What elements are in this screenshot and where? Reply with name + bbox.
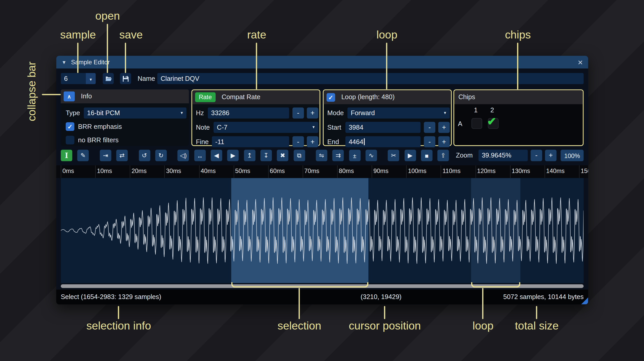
filter-button[interactable]: ∿ (366, 150, 377, 161)
resize-button[interactable]: ⇥ (100, 150, 111, 161)
resample-button[interactable]: ⇄ (116, 150, 128, 161)
trim-button[interactable]: ⧉ (293, 150, 305, 161)
insert-silence-button[interactable]: ↥ (244, 150, 255, 161)
chevron-up-icon: ∧ (67, 93, 71, 99)
triangle-right-icon: ▶ (231, 152, 235, 159)
loop-end-input[interactable]: 4464 (345, 136, 421, 147)
resample-icon: ⇄ (119, 152, 125, 159)
draw-tool-button[interactable]: ✎ (77, 150, 89, 161)
hz-increment-button[interactable]: + (307, 107, 318, 119)
loop-end-decrement-button[interactable]: - (424, 136, 435, 147)
type-value: 16-bit PCM (87, 109, 120, 116)
annotation-selection: selection (277, 320, 321, 332)
amplify-button[interactable]: ◁) (178, 150, 189, 161)
apply-silence-button[interactable]: ↧ (260, 150, 272, 161)
double-arrow-icon: ⇉ (336, 152, 341, 159)
close-button[interactable]: × (578, 58, 583, 66)
sample-number-select[interactable]: 6 ▼ (61, 73, 96, 84)
sign-button[interactable]: ± (349, 150, 360, 161)
create-wavetable-button[interactable]: ⇪ (437, 150, 449, 161)
open-folder-icon (104, 75, 112, 82)
invert-button[interactable]: ⇉ (332, 150, 344, 161)
annotation-loop-bottom: loop (473, 320, 494, 332)
zoom-value: 39.9645% (482, 152, 511, 159)
window-titlebar[interactable]: ▼ Sample Editor × (56, 56, 588, 68)
annotation-line-chips (517, 43, 518, 89)
annotation-total-size: total size (515, 320, 559, 332)
ruler-tick (441, 165, 441, 178)
undo-button[interactable]: ↺ (139, 150, 150, 161)
zoom-reset-button[interactable]: 100% (560, 150, 584, 161)
note-label: Note (196, 122, 210, 133)
ruler-tick (233, 165, 234, 178)
ruler-tick (579, 165, 580, 178)
sample-number-value: 6 (64, 75, 68, 82)
annotation-line-total-size (536, 306, 537, 319)
window-collapse-icon[interactable]: ▼ (62, 59, 66, 65)
waveform-graph (61, 178, 584, 283)
chevron-down-icon: ▼ (312, 122, 315, 133)
loop-enable-checkbox[interactable]: ✓ (327, 93, 335, 101)
sample-editor-window: ▼ Sample Editor × 6 ▼ Name Clarinet DQV … (56, 56, 588, 304)
ruler-label: 20ms (132, 167, 147, 174)
save-floppy-icon (122, 75, 129, 82)
note-select[interactable]: C-7 ▼ (214, 122, 318, 133)
ruler-tick (475, 165, 476, 178)
reverse-button[interactable]: ⇋ (316, 150, 327, 161)
upload-icon: ⇪ (441, 152, 446, 159)
ruler-tick (510, 165, 511, 178)
chip-column-label: 2 (490, 107, 494, 114)
name-input[interactable]: Clarinet DQV (157, 73, 584, 84)
crossfade-button[interactable]: ✂ (388, 150, 399, 161)
loop-start-input[interactable]: 3984 (345, 122, 421, 133)
loop-end-increment-button[interactable]: + (438, 136, 450, 147)
preview-button[interactable]: ▶ (404, 150, 416, 161)
loop-mode-select[interactable]: Forward ▼ (347, 107, 450, 119)
compat-rate-tab[interactable]: Compat Rate (222, 93, 260, 101)
waveform-display[interactable] (61, 178, 584, 283)
chip-enable-checkbox[interactable] (472, 118, 482, 129)
select-tool-button[interactable]: I (61, 150, 72, 161)
zoom-out-button[interactable]: - (531, 150, 542, 161)
arrow-down-bar-icon: ↧ (263, 152, 269, 159)
no-brr-filters-checkbox[interactable] (66, 136, 74, 144)
type-select[interactable]: 16-bit PCM ▼ (84, 107, 186, 119)
ruler-label: 90ms (373, 167, 388, 174)
hz-input[interactable]: 33286 (208, 107, 289, 119)
stop-preview-button[interactable]: ■ (421, 150, 432, 161)
brr-emphasis-label[interactable]: BRR emphasis (78, 121, 122, 132)
chip-check-icon: ✔ (487, 115, 496, 128)
delete-button[interactable]: ✖ (277, 150, 288, 161)
fine-input[interactable]: -11 (212, 136, 289, 147)
loop-start-increment-button[interactable]: + (438, 122, 450, 133)
annotation-rate: rate (247, 29, 266, 41)
no-brr-filters-label[interactable]: no BRR filters (78, 135, 119, 146)
collapse-bar-button[interactable]: ∧ (64, 91, 75, 101)
hz-decrement-button[interactable]: - (292, 107, 304, 119)
reverse-arrows-icon: ⇋ (319, 152, 324, 159)
hz-label: Hz (196, 107, 204, 119)
sample-number-dropdown-button[interactable]: ▼ (86, 73, 96, 84)
cross-icon: ✖ (280, 152, 285, 159)
save-button[interactable] (120, 73, 131, 84)
rate-tab-active[interactable]: Rate (195, 92, 216, 102)
zoom-input[interactable]: 39.9645% (479, 150, 528, 161)
fine-decrement-button[interactable]: - (292, 136, 304, 147)
loop-start-decrement-button[interactable]: - (424, 122, 435, 133)
mode-label: Mode (327, 107, 344, 119)
pencil-icon: ✎ (80, 152, 86, 159)
redo-button[interactable]: ↻ (155, 150, 166, 161)
fade-out-button[interactable]: ▶ (227, 150, 239, 161)
fade-in-button[interactable]: ◀ (211, 150, 222, 161)
normalize-button[interactable]: ↔ (194, 150, 206, 161)
i-beam-icon: I (65, 151, 68, 160)
fine-value: -11 (215, 138, 224, 145)
open-button[interactable] (103, 73, 114, 84)
ruler-tick (544, 165, 545, 178)
window-resize-grip[interactable] (581, 297, 588, 304)
chip-column-label: 1 (474, 107, 478, 114)
fine-increment-button[interactable]: + (307, 136, 318, 147)
brr-emphasis-checkbox[interactable]: ✓ (66, 122, 74, 131)
annotation-sample: sample (60, 29, 96, 41)
zoom-in-button[interactable]: + (545, 150, 556, 161)
